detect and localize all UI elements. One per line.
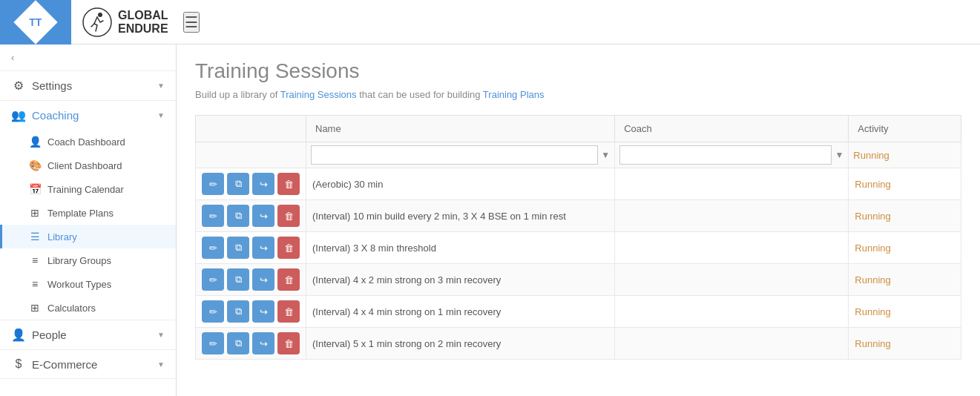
page-subtitle: Build up a library of Training Sessions … (195, 89, 961, 100)
row-5-activity: Running (849, 328, 961, 360)
row-5-actions: ✏ ⧉ ↪ 🗑 (196, 328, 306, 360)
row-5-coach (615, 328, 849, 360)
share-button-1[interactable]: ↪ (252, 205, 274, 227)
filter-coach-cell: ▼ (615, 142, 849, 168)
copy-button-3[interactable]: ⧉ (227, 268, 249, 291)
svg-point-0 (83, 8, 111, 36)
main-layout: ‹ ⚙ Settings ▼ 👥 Coaching ▼ 👤 Coach Dash… (0, 44, 980, 396)
row-2-name: (Interval) 3 X 8 min threshold (306, 232, 615, 264)
copy-button-4[interactable]: ⧉ (227, 300, 249, 323)
edit-button-2[interactable]: ✏ (202, 237, 224, 259)
row-1-actions: ✏ ⧉ ↪ 🗑 (196, 200, 306, 232)
training-calendar-icon: 📅 (28, 183, 42, 195)
activity-filter-badge: Running (853, 150, 889, 161)
share-button-4[interactable]: ↪ (252, 300, 274, 323)
row-1-coach (615, 200, 849, 232)
row-1-activity: Running (849, 200, 961, 232)
hamburger-button[interactable]: ☰ (183, 12, 200, 33)
people-icon: 👤 (11, 328, 26, 342)
training-sessions-link[interactable]: Training Sessions (280, 89, 357, 100)
ecommerce-icon: $ (11, 357, 26, 371)
table-row: ✏ ⧉ ↪ 🗑 (Interval) 4 x 2 min strong on 3… (196, 264, 961, 296)
edit-button-3[interactable]: ✏ (202, 268, 224, 291)
edit-button-5[interactable]: ✏ (202, 332, 224, 354)
filter-name-input[interactable] (311, 145, 598, 165)
sidebar-back-button[interactable]: ‹ (0, 44, 176, 71)
delete-button-2[interactable]: 🗑 (277, 237, 300, 259)
workout-types-icon: ≡ (28, 278, 42, 290)
row-3-activity: Running (849, 264, 961, 296)
template-plans-icon: ⊞ (28, 207, 42, 219)
filter-coach-input[interactable] (619, 145, 832, 165)
row-2-coach (615, 232, 849, 264)
row-0-activity: Running (849, 168, 961, 200)
col-header-actions (196, 116, 306, 142)
copy-button-2[interactable]: ⧉ (227, 237, 249, 259)
brand-name: GLOBAL ENDURE (118, 9, 168, 36)
sidebar-item-ecommerce[interactable]: $ E-Commerce ▼ (0, 350, 176, 378)
row-2-actions: ✏ ⧉ ↪ 🗑 (196, 232, 306, 264)
delete-button-3[interactable]: 🗑 (277, 268, 300, 291)
share-button-0[interactable]: ↪ (252, 173, 274, 195)
row-0-coach (615, 168, 849, 200)
delete-button-5[interactable]: 🗑 (277, 332, 300, 354)
sidebar-item-training-calendar[interactable]: 📅 Training Calendar (0, 177, 176, 201)
filter-name-icon: ▼ (601, 150, 610, 160)
settings-arrow: ▼ (157, 82, 165, 90)
row-4-coach (615, 296, 849, 328)
table-row: ✏ ⧉ ↪ 🗑 (Aerobic) 30 minRunning (196, 168, 961, 200)
svg-point-1 (98, 13, 102, 17)
coaching-icon: 👥 (11, 108, 26, 122)
filter-row: ▼ ▼ Running (196, 142, 961, 168)
delete-button-1[interactable]: 🗑 (277, 205, 300, 227)
col-header-name: Name (306, 116, 615, 142)
client-dashboard-icon: 🎨 (28, 159, 42, 171)
sidebar-item-people[interactable]: 👤 People ▼ (0, 320, 176, 349)
edit-button-4[interactable]: ✏ (202, 300, 224, 323)
content-area: Training Sessions Build up a library of … (177, 44, 980, 396)
row-4-name: (Interval) 4 x 4 min strong on 1 min rec… (306, 296, 615, 328)
ecommerce-arrow: ▼ (157, 360, 165, 369)
col-header-activity: Activity (849, 116, 961, 142)
brand-runner-icon (82, 7, 112, 37)
sidebar-item-template-plans[interactable]: ⊞ Template Plans (0, 201, 176, 225)
library-groups-icon: ≡ (28, 254, 42, 266)
table-row: ✏ ⧉ ↪ 🗑 (Interval) 4 x 4 min strong on 1… (196, 296, 961, 328)
row-4-activity: Running (849, 296, 961, 328)
sidebar-item-workout-types[interactable]: ≡ Workout Types (0, 272, 176, 296)
settings-section: ⚙ Settings ▼ (0, 71, 176, 101)
sidebar-item-settings[interactable]: ⚙ Settings ▼ (0, 71, 176, 100)
filter-coach-icon: ▼ (835, 150, 843, 160)
delete-button-0[interactable]: 🗑 (277, 173, 300, 195)
coach-dashboard-icon: 👤 (28, 136, 42, 148)
training-plans-link[interactable]: Training Plans (483, 89, 545, 100)
calculators-icon: ⊞ (28, 302, 42, 314)
sidebar-item-calculators[interactable]: ⊞ Calculators (0, 296, 176, 320)
share-button-5[interactable]: ↪ (252, 332, 274, 354)
brand-logo: GLOBAL ENDURE (82, 7, 168, 37)
top-header: TT GLOBAL ENDURE ☰ (0, 0, 980, 44)
sidebar-item-library[interactable]: ☰ Library (0, 225, 176, 248)
sidebar-item-coach-dashboard[interactable]: 👤 Coach Dashboard (0, 130, 176, 154)
filter-activity-cell: Running (849, 142, 961, 168)
copy-button-0[interactable]: ⧉ (227, 173, 249, 195)
filter-name-cell: ▼ (306, 142, 615, 168)
logo-tt: TT (29, 16, 42, 27)
table-row: ✏ ⧉ ↪ 🗑 (Interval) 5 x 1 min strong on 2… (196, 328, 961, 360)
share-button-3[interactable]: ↪ (252, 268, 274, 291)
edit-button-1[interactable]: ✏ (202, 205, 224, 227)
table-body: ✏ ⧉ ↪ 🗑 (Aerobic) 30 minRunning ✏ ⧉ ↪ 🗑 … (196, 168, 961, 360)
copy-button-1[interactable]: ⧉ (227, 205, 249, 227)
logo-box: TT (0, 0, 71, 44)
sidebar-item-client-dashboard[interactable]: 🎨 Client Dashboard (0, 154, 176, 177)
filter-actions-cell (196, 142, 306, 168)
delete-button-4[interactable]: 🗑 (277, 300, 300, 323)
sidebar-item-coaching[interactable]: 👥 Coaching ▼ (0, 101, 176, 130)
copy-button-5[interactable]: ⧉ (227, 332, 249, 354)
share-button-2[interactable]: ↪ (252, 237, 274, 259)
page-title: Training Sessions (195, 59, 961, 83)
library-icon: ☰ (28, 231, 42, 242)
edit-button-0[interactable]: ✏ (202, 173, 224, 195)
row-3-actions: ✏ ⧉ ↪ 🗑 (196, 264, 306, 296)
sidebar-item-library-groups[interactable]: ≡ Library Groups (0, 248, 176, 272)
